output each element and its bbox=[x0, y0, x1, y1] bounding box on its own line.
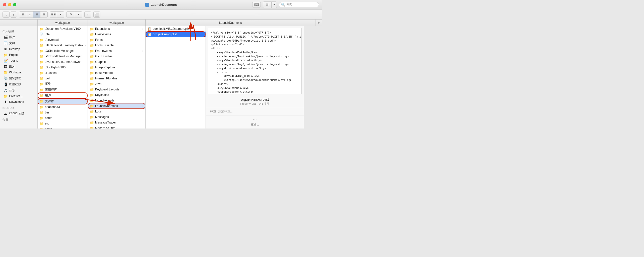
file-name: etc bbox=[45, 122, 86, 125]
list-item[interactable]: 📁 Input Methods bbox=[88, 70, 145, 76]
list-view-btn[interactable]: ≡ bbox=[26, 12, 33, 18]
more-label[interactable]: 更多... bbox=[251, 123, 259, 126]
list-item[interactable]: 📁 MessageTracer › bbox=[88, 120, 145, 125]
add-tab-btn[interactable]: + bbox=[315, 20, 322, 26]
sidebar-item-airdrop[interactable]: 📡 隔空投送 bbox=[1, 75, 36, 81]
list-item[interactable]: 📁 Keyboard Layouts bbox=[88, 87, 145, 92]
list-item[interactable]: 📁 LaunchAgents › bbox=[88, 98, 145, 103]
list-item[interactable]: 📁 Extensions › bbox=[88, 26, 145, 32]
column-headers: workspace workspace LaunchDaemons + bbox=[0, 20, 322, 26]
folder-icon: 📁 bbox=[40, 49, 44, 53]
list-item[interactable]: 📁 .vol bbox=[38, 76, 88, 81]
sidebar-item-pictures-label: 图片 bbox=[9, 64, 15, 69]
sidebar-item-creative[interactable]: 📁 Creative... bbox=[1, 93, 36, 99]
more-dots-icon[interactable]: ··· bbox=[253, 117, 257, 122]
sidebar-item-downloads[interactable]: ⬇ Downloads bbox=[1, 99, 36, 105]
file-name: .OSInstallerMessages bbox=[45, 49, 86, 53]
sidebar-item-movies-label: 影片 bbox=[9, 35, 15, 39]
sidebar-item-workspace[interactable]: 📁 Workspa... bbox=[1, 70, 36, 75]
list-item[interactable]: 📁 anaconda3 › bbox=[38, 104, 88, 110]
list-item[interactable]: 📁 .DocumentRevisions-V100 bbox=[38, 26, 88, 32]
column-view-btn[interactable]: ⊟ bbox=[33, 12, 40, 18]
action-btn[interactable]: ⚙ bbox=[67, 12, 75, 18]
list-item[interactable]: 📁 Modem Scripts bbox=[88, 125, 145, 128]
list-item[interactable]: 📁 Fonts Disabled bbox=[88, 43, 145, 48]
icon-view-btn[interactable]: ⊞ bbox=[19, 12, 26, 18]
list-item[interactable]: 📁 cores bbox=[38, 115, 88, 121]
list-item[interactable]: 📁 .OSInstallerMessages bbox=[38, 48, 88, 54]
list-item[interactable]: 📄 .file bbox=[38, 32, 88, 37]
workspace-icon: 📁 bbox=[4, 70, 8, 74]
sidebar-item-project[interactable]: 📁 Project bbox=[1, 52, 36, 58]
col-header-1: workspace bbox=[38, 20, 88, 26]
list-item[interactable]: 📁 Frameworks › bbox=[88, 48, 145, 54]
list-item-library[interactable]: 📁 资源库 bbox=[38, 98, 88, 104]
maximize-button[interactable] bbox=[13, 3, 16, 6]
list-item[interactable]: 📁 .HFS+ Privat...irectory Data? › bbox=[38, 43, 88, 48]
sidebar-item-pictures[interactable]: 🖼 图片 bbox=[1, 64, 36, 69]
close-button[interactable] bbox=[3, 3, 6, 6]
list-item[interactable]: 📁 Java bbox=[88, 81, 145, 87]
list-item[interactable]: 📁 Logs › bbox=[88, 109, 145, 114]
list-item[interactable]: 📁 .PKInstallSandboxManager bbox=[38, 54, 88, 59]
file-name: home bbox=[45, 127, 86, 128]
folder-icon: 📁 bbox=[90, 76, 94, 80]
list-item[interactable]: 📁 .Spotlight-V100 bbox=[38, 65, 88, 70]
file-name: .DocumentRevisions-V100 bbox=[45, 27, 86, 31]
list-item[interactable]: 📁 home bbox=[38, 126, 88, 128]
sidebar-item-icloud[interactable]: ☁ iCloud 云盘 bbox=[1, 110, 36, 116]
list-item[interactable]: 📁 Filesystems bbox=[88, 32, 145, 37]
list-item[interactable]: 📁 .fseventsd bbox=[38, 37, 88, 43]
forward-button[interactable]: › bbox=[10, 12, 17, 18]
apps-icon: 📱 bbox=[4, 82, 8, 86]
file-name: 用户 bbox=[45, 93, 86, 98]
sidebar-item-posts[interactable]: 📝 _posts bbox=[1, 58, 36, 63]
list-item[interactable]: 📁 系统 bbox=[38, 81, 88, 87]
list-item-users[interactable]: 📁 用户 bbox=[38, 93, 88, 98]
folder-icon: 📁 bbox=[90, 104, 94, 108]
minimize-button[interactable] bbox=[8, 3, 11, 6]
sidebar-item-creative-label: Creative... bbox=[9, 94, 23, 98]
col-header-3: LaunchDaemons bbox=[146, 20, 315, 26]
file-name: .PKInstallSan...temSoftware bbox=[45, 60, 86, 64]
list-item-launchdaemons[interactable]: 📁 LaunchDaemons › bbox=[88, 103, 145, 109]
list-item[interactable]: 📁 Keychains bbox=[88, 92, 145, 98]
tags-add[interactable]: 添加标签... bbox=[218, 109, 233, 114]
list-item[interactable]: 📁 GPUBundles bbox=[88, 54, 145, 59]
list-item[interactable]: 📁 etc bbox=[38, 121, 88, 126]
file-name: Keychains bbox=[95, 93, 143, 97]
sidebar-item-movies[interactable]: 🎬 影片 bbox=[1, 34, 36, 40]
gallery-view-btn[interactable]: ⊟ bbox=[40, 12, 47, 18]
list-item[interactable]: 📁 Messages bbox=[88, 114, 145, 120]
folder-icon: 📁 bbox=[90, 65, 94, 69]
list-item[interactable]: 📁 .Trashes bbox=[38, 70, 88, 76]
action-dropdown[interactable]: ▾ bbox=[75, 12, 82, 18]
terminal-button[interactable]: ⌨ bbox=[252, 2, 261, 8]
folder-icon: 📁 bbox=[40, 76, 44, 80]
sidebar-item-apps[interactable]: 📱 应用程序 bbox=[1, 81, 36, 87]
list-item[interactable]: 📁 Internet Plug-Ins › bbox=[88, 76, 145, 81]
folder-icon: 📁 bbox=[40, 71, 44, 75]
list-item[interactable]: 📁 Graphics bbox=[88, 59, 145, 65]
columns-area: 📁 .DocumentRevisions-V100 📄 .file 📁 .fse… bbox=[38, 26, 322, 128]
columns-view-btn[interactable]: ⊟ bbox=[263, 2, 272, 8]
back-button[interactable]: ‹ bbox=[3, 12, 10, 18]
sidebar-item-desktop[interactable]: 🖥 Desktop bbox=[1, 46, 36, 52]
list-item[interactable]: 📁 .PKInstallSan...temSoftware bbox=[38, 59, 88, 65]
tag-btn[interactable]: ⬜ bbox=[93, 12, 100, 18]
search-input[interactable] bbox=[286, 3, 316, 7]
sidebar-item-music[interactable]: 🎵 音乐 bbox=[1, 87, 36, 93]
dropdown-btn[interactable]: ▾ bbox=[272, 2, 277, 8]
list-item[interactable]: 📁 应用程序 bbox=[38, 87, 88, 93]
code-content: <?xml version="1.0" encoding="UTF-8"?> <… bbox=[208, 28, 302, 94]
sidebar-item-documents[interactable]: 📄 文档 bbox=[1, 40, 36, 46]
list-item-jenkins[interactable]: 📋 org.jenkins-ci.plist bbox=[146, 32, 206, 37]
list-item-iobit[interactable]: 📋 com.iobit.MB...Daemon.plist bbox=[146, 26, 206, 32]
file-name: 应用程序 bbox=[45, 88, 86, 92]
list-item[interactable]: 📁 Image Capture bbox=[88, 65, 145, 70]
share-btn[interactable]: ↑ bbox=[84, 12, 91, 18]
arrange-dropdown[interactable]: ▾ bbox=[57, 12, 64, 18]
arrange-btn[interactable]: ⊞⊞ bbox=[50, 12, 57, 18]
list-item[interactable]: 📁 bin bbox=[38, 110, 88, 115]
list-item[interactable]: 📁 Fonts bbox=[88, 37, 145, 43]
